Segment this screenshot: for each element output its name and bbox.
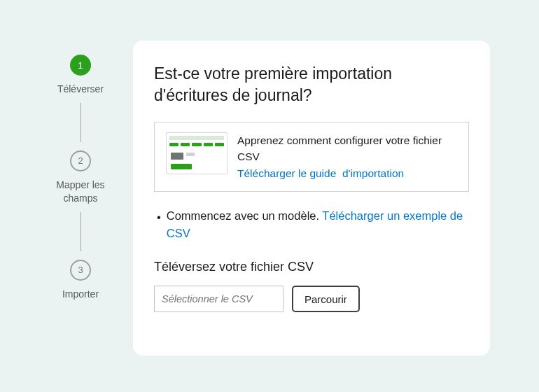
bullet-text: Commencez avec un modèle. (167, 209, 323, 222)
step-circle-2: 2 (70, 150, 91, 172)
guide-description: Apprenez comment configurer votre fichie… (237, 132, 457, 165)
browse-button[interactable]: Parcourir (292, 286, 360, 312)
step-label-2: Mapper les champs (42, 178, 119, 205)
stepper: 1 Téléverser 2 Mapper les champs 3 Impor… (42, 41, 119, 356)
upload-heading: Téléversez votre fichier CSV (154, 260, 469, 274)
spreadsheet-thumbnail-icon (166, 132, 227, 174)
step-1: 1 Téléverser (57, 55, 104, 96)
step-connector (80, 103, 81, 142)
step-label-1: Téléverser (57, 83, 104, 96)
step-circle-1: 1 (70, 55, 91, 76)
csv-path-input[interactable] (154, 286, 284, 312)
template-bullet: • Commencez avec un modèle. Télécharger … (154, 207, 469, 242)
card-title: Est-ce votre première importation d'écri… (154, 63, 469, 106)
step-2: 2 Mapper les champs (42, 150, 119, 205)
bullet-dot-icon: • (157, 209, 161, 226)
step-connector (80, 212, 81, 251)
guide-text: Apprenez comment configurer votre fichie… (237, 132, 457, 181)
import-card: Est-ce votre première importation d'écri… (133, 41, 490, 356)
step-3: 3 Importer (62, 260, 99, 301)
step-label-3: Importer (62, 288, 99, 301)
download-guide-link[interactable]: Télécharger le guide d'importation (237, 167, 404, 179)
guide-box: Apprenez comment configurer votre fichie… (154, 122, 469, 192)
step-circle-3: 3 (70, 260, 91, 281)
file-row: Parcourir (154, 286, 469, 312)
